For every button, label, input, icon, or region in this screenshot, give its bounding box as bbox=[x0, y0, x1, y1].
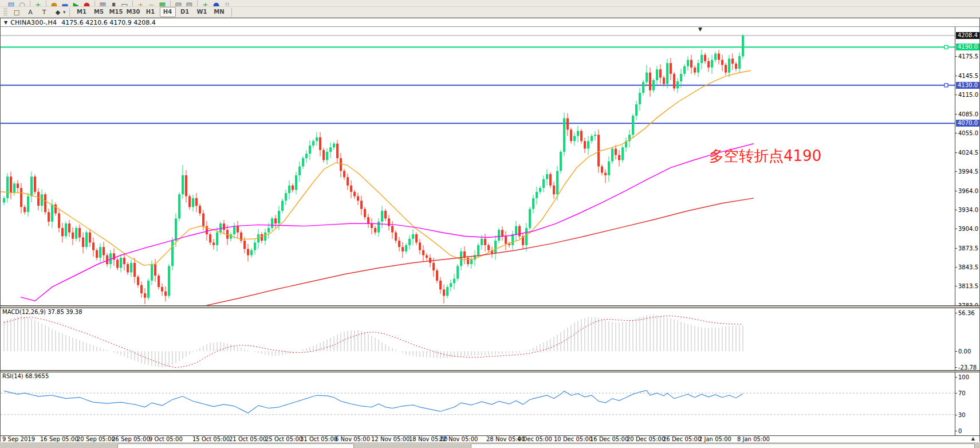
crosshair-tool-icon[interactable]: □ bbox=[10, 7, 23, 18]
chart-shift-marker-icon[interactable]: ▼ bbox=[698, 27, 702, 32]
candle-chart-type-icon[interactable]: ▮ bbox=[108, 0, 119, 7]
candlestick bbox=[539, 188, 541, 192]
rsi-plot[interactable]: RSI(14) 68.9655 bbox=[1, 372, 955, 435]
timeframe-button-m30[interactable]: M30 bbox=[125, 7, 141, 17]
candlestick bbox=[353, 192, 356, 197]
hline-4130-label: 4130.0 bbox=[956, 82, 979, 89]
timeframe-button-w1[interactable]: W1 bbox=[194, 7, 210, 17]
timeframe-button-m5[interactable]: M5 bbox=[91, 7, 107, 17]
search-icon[interactable]: ○ bbox=[17, 0, 27, 7]
label-tool-icon[interactable]: T bbox=[38, 7, 50, 18]
candlestick bbox=[721, 60, 723, 65]
timeframe-button-d1[interactable]: D1 bbox=[177, 7, 193, 17]
horizontal-line-4190-handle[interactable] bbox=[944, 45, 948, 49]
date-tick-label: 16 Dec 05:00 bbox=[590, 436, 628, 442]
new-order-icon[interactable]: + bbox=[33, 0, 44, 7]
rsi-axis[interactable]: 10070300 bbox=[955, 372, 979, 435]
candlestick bbox=[195, 198, 198, 206]
candlestick bbox=[168, 266, 170, 296]
zoom-out-icon[interactable]: − bbox=[146, 0, 157, 7]
candlestick bbox=[594, 135, 596, 136]
candlestick bbox=[316, 137, 318, 142]
new-page-icon[interactable]: ▯ bbox=[222, 0, 233, 7]
candlestick bbox=[432, 263, 435, 270]
candlestick bbox=[329, 147, 332, 152]
candlestick bbox=[319, 137, 321, 150]
hline-4070-label: 4070.0 bbox=[956, 120, 979, 127]
timeframe-button-m1[interactable]: M1 bbox=[74, 7, 90, 17]
macd-axis[interactable]: 56.360.00-23.78 bbox=[955, 308, 979, 370]
candlestick bbox=[72, 233, 74, 239]
toolbar-grip[interactable] bbox=[3, 8, 7, 16]
price-chart-plot[interactable]: ▼ 多空转折点4190 bbox=[1, 27, 955, 305]
templates-icon[interactable]: ▨ bbox=[184, 0, 195, 7]
chart-ohlc-values: 4175.6 4210.6 4170.9 4208.4 bbox=[61, 19, 155, 26]
chevron-down-icon[interactable]: ▼ bbox=[4, 20, 7, 25]
candlestick bbox=[670, 63, 672, 74]
horizontal-line-4130-handle[interactable] bbox=[944, 84, 948, 87]
docked-window-tab[interactable] bbox=[471, 443, 975, 448]
line-chart-type-icon[interactable]: ▭ bbox=[119, 0, 130, 7]
candlestick bbox=[601, 167, 603, 173]
candlestick bbox=[154, 264, 156, 276]
candlestick bbox=[347, 177, 349, 185]
axis-tick-mark bbox=[955, 133, 957, 133]
bar-chart-type-icon[interactable]: ▥ bbox=[97, 0, 108, 7]
candlestick bbox=[542, 179, 545, 188]
timeframe-button-mn[interactable]: MN bbox=[211, 7, 227, 17]
zoom-in-icon[interactable]: + bbox=[135, 0, 146, 7]
play-icon[interactable]: ▶ bbox=[70, 0, 81, 7]
price-axis[interactable]: 4175.54145.54115.04085.04055.04024.53994… bbox=[955, 27, 979, 305]
add-indicator-icon[interactable]: + bbox=[200, 0, 211, 7]
candlestick bbox=[725, 65, 727, 72]
rsi-tick-label: 0 bbox=[958, 428, 962, 434]
candlestick bbox=[673, 74, 675, 88]
timeframe-button-h4[interactable]: H4 bbox=[160, 7, 176, 17]
candlestick bbox=[511, 234, 514, 245]
scroll-end-icon[interactable]: ▲ bbox=[971, 436, 975, 441]
axis-tick-mark bbox=[955, 114, 957, 115]
axis-tick-mark bbox=[955, 210, 957, 210]
candlestick-chart[interactable] bbox=[1, 27, 955, 305]
timeframe-button-m15[interactable]: M15 bbox=[108, 7, 124, 17]
price-tick-label: 3934.0 bbox=[958, 206, 978, 213]
candlestick bbox=[659, 69, 662, 77]
candlestick bbox=[333, 144, 335, 148]
price-tick-label: 4115.0 bbox=[958, 92, 978, 98]
candlestick bbox=[498, 230, 500, 241]
stop-icon[interactable]: ● bbox=[81, 0, 92, 7]
indicators-icon[interactable]: ▧ bbox=[173, 0, 184, 7]
candlestick bbox=[322, 150, 325, 160]
macd-signal-line bbox=[4, 316, 743, 367]
candlestick bbox=[388, 218, 390, 226]
rsi-chart[interactable] bbox=[1, 372, 955, 435]
date-axis[interactable]: ▲ 9 Sep 201916 Sep 05:0020 Sep 05:0026 S… bbox=[1, 435, 979, 442]
docked-window-tab[interactable] bbox=[117, 443, 354, 448]
candlestick bbox=[711, 60, 713, 68]
axis-tick-mark bbox=[955, 267, 957, 268]
date-tick-label: 12 Nov 05:00 bbox=[371, 436, 410, 442]
coin-icon[interactable]: ● bbox=[49, 0, 60, 7]
macd-plot[interactable]: MACD(12,26,9) 37.85 39.38 bbox=[1, 308, 955, 370]
globe-icon[interactable]: ● bbox=[211, 0, 222, 7]
candlestick bbox=[13, 183, 15, 193]
chart-text-annotation[interactable]: 多空转折点4190 bbox=[709, 146, 821, 166]
autotrading-icon[interactable]: ▬ bbox=[60, 0, 70, 7]
candlestick bbox=[58, 213, 60, 227]
chart-window-icon[interactable]: ▤ bbox=[6, 0, 17, 7]
macd-tick-label: 0.00 bbox=[958, 348, 971, 355]
timeframe-button-h1[interactable]: H1 bbox=[143, 7, 159, 17]
candlestick bbox=[99, 247, 101, 258]
candlestick bbox=[223, 223, 225, 230]
candlestick bbox=[237, 226, 239, 233]
shapes-tool-icon[interactable]: ◆ bbox=[52, 7, 64, 18]
candlestick bbox=[419, 242, 421, 250]
macd-chart[interactable] bbox=[1, 308, 955, 370]
candlestick bbox=[477, 245, 479, 256]
chevron-down-icon[interactable]: ▾ bbox=[63, 9, 66, 15]
candlestick bbox=[44, 194, 46, 212]
chart-info-bar[interactable]: ▼ CHINA300-,H4 4175.6 4210.6 4170.9 4208… bbox=[1, 18, 979, 27]
text-tool-icon[interactable]: A bbox=[24, 7, 37, 18]
candlestick bbox=[481, 239, 483, 245]
grid-icon[interactable]: ▦ bbox=[157, 0, 168, 7]
